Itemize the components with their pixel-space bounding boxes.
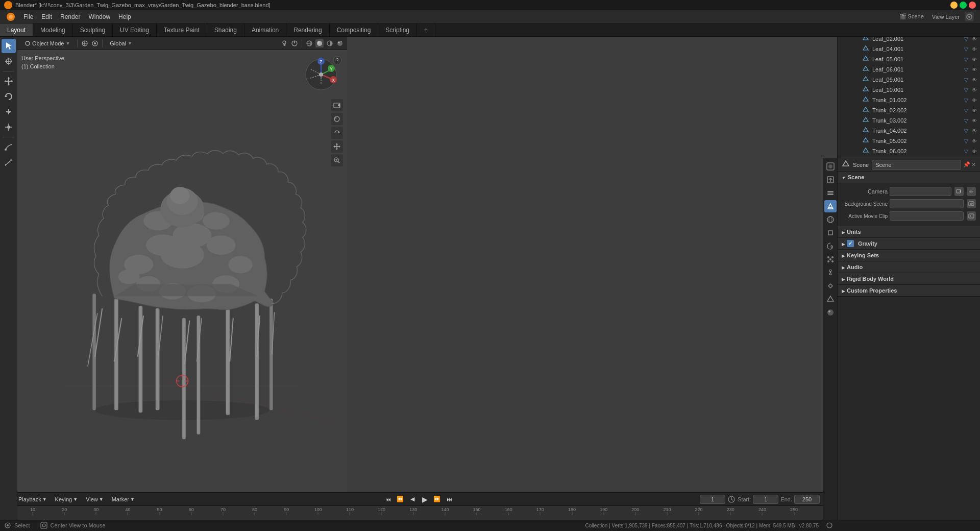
background-scene-field[interactable] bbox=[890, 199, 964, 208]
camera-edit-icon[interactable]: ✏ bbox=[967, 187, 976, 196]
outliner-item-trunk_01-002[interactable]: Trunk_01.002 ▽ 👁 bbox=[838, 95, 980, 105]
solid-mode[interactable] bbox=[315, 39, 324, 47]
outliner-item-trunk_04-002[interactable]: Trunk_04.002 ▽ 👁 bbox=[838, 126, 980, 136]
keying-btn[interactable]: Keying ▼ bbox=[52, 495, 81, 503]
global-selector[interactable]: Global▼ bbox=[106, 39, 136, 47]
prop-tab-modifier[interactable] bbox=[824, 240, 837, 252]
render-preview-btn[interactable] bbox=[331, 113, 343, 125]
outliner-item-leaf_10-001[interactable]: Leaf_10.001 ▽ 👁 bbox=[838, 85, 980, 95]
tab-shading[interactable]: Shading bbox=[207, 23, 244, 36]
scene-name-input[interactable] bbox=[872, 160, 961, 170]
prop-tab-constraints[interactable] bbox=[824, 280, 837, 292]
maximize-button[interactable] bbox=[960, 2, 967, 9]
jump-end-btn[interactable]: ⏭ bbox=[444, 494, 455, 505]
item-eye-icon[interactable]: 👁 bbox=[971, 98, 978, 103]
item-eye-icon[interactable]: 👁 bbox=[971, 128, 978, 134]
end-frame-input[interactable]: 250 bbox=[794, 495, 820, 504]
wireframe-mode[interactable] bbox=[305, 39, 313, 47]
tab-modeling[interactable]: Modeling bbox=[33, 23, 73, 36]
tool-cursor[interactable] bbox=[2, 54, 16, 68]
tab-animation[interactable]: Animation bbox=[244, 23, 286, 36]
current-frame-input[interactable]: 1 bbox=[700, 495, 725, 504]
item-eye-icon[interactable]: 👁 bbox=[971, 118, 978, 124]
active-movie-clip-browse-icon[interactable] bbox=[967, 211, 976, 221]
menu-edit[interactable]: Edit bbox=[37, 12, 56, 21]
tool-rotate[interactable] bbox=[2, 89, 16, 104]
close-button[interactable] bbox=[969, 2, 976, 9]
prev-keyframe-btn[interactable]: ⏪ bbox=[395, 494, 406, 505]
tab-uv-editing[interactable]: UV Editing bbox=[113, 23, 157, 36]
outliner-item-trunk_06-002[interactable]: Trunk_06.002 ▽ 👁 bbox=[838, 146, 980, 156]
prop-tab-particles[interactable] bbox=[824, 253, 837, 266]
item-eye-icon[interactable]: 👁 bbox=[971, 108, 978, 113]
tab-scripting[interactable]: Scripting bbox=[378, 23, 417, 36]
menu-window[interactable]: Window bbox=[84, 12, 114, 21]
menu-render[interactable]: Render bbox=[56, 12, 84, 21]
rendered-mode[interactable] bbox=[336, 39, 344, 47]
engine-icon[interactable] bbox=[965, 12, 974, 21]
pin-icon[interactable]: 📌 bbox=[963, 161, 970, 168]
tool-move[interactable] bbox=[2, 74, 16, 88]
item-eye-icon[interactable]: 👁 bbox=[971, 77, 978, 83]
tab-sculpting[interactable]: Sculpting bbox=[73, 23, 113, 36]
mode-selector[interactable]: Object Mode ▼ bbox=[20, 39, 74, 47]
tool-measure[interactable] bbox=[2, 155, 16, 170]
zoom-btn[interactable] bbox=[331, 154, 343, 166]
tool-scale[interactable] bbox=[2, 105, 16, 119]
looksdev-mode[interactable] bbox=[326, 39, 334, 47]
camera-field[interactable] bbox=[890, 187, 951, 196]
next-keyframe-btn[interactable]: ⏩ bbox=[431, 494, 443, 505]
tab-texture-paint[interactable]: Texture Paint bbox=[157, 23, 207, 36]
minimize-button[interactable] bbox=[950, 2, 958, 9]
outliner-item-leaf_06-001[interactable]: Leaf_06.001 ▽ 👁 bbox=[838, 64, 980, 75]
prop-tab-world[interactable] bbox=[824, 213, 837, 226]
keying-sets-section-header[interactable]: Keying Sets bbox=[838, 250, 980, 261]
item-eye-icon[interactable]: 👁 bbox=[971, 57, 978, 62]
timeline-track[interactable]: 1102030405060708090100110120130140150160… bbox=[0, 506, 823, 520]
gravity-checkbox[interactable]: ✓ bbox=[847, 240, 854, 247]
viewport-3d[interactable]: User Perspective (1) Collection X Y Z bbox=[17, 50, 347, 503]
start-frame-input[interactable]: 1 bbox=[753, 495, 778, 504]
play-btn[interactable]: ▶ bbox=[419, 494, 430, 505]
tab-add-new[interactable]: + bbox=[417, 23, 435, 36]
item-eye-icon[interactable]: 👁 bbox=[971, 46, 978, 52]
outliner-item-trunk_03-002[interactable]: Trunk_03.002 ▽ 👁 bbox=[838, 115, 980, 126]
outliner-item-leaf_09-001[interactable]: Leaf_09.001 ▽ 👁 bbox=[838, 75, 980, 85]
menu-blender[interactable] bbox=[2, 11, 19, 22]
prop-tab-render[interactable] bbox=[824, 160, 837, 173]
item-eye-icon[interactable]: 👁 bbox=[971, 67, 978, 73]
rigid-body-world-section-header[interactable]: Rigid Body World bbox=[838, 273, 980, 284]
snap-toggle[interactable] bbox=[81, 39, 89, 47]
camera-view-btn[interactable] bbox=[331, 99, 343, 111]
menu-file[interactable]: File bbox=[19, 12, 37, 21]
prop-tab-object-data[interactable] bbox=[824, 293, 837, 305]
jump-start-btn[interactable]: ⏮ bbox=[382, 494, 394, 505]
prop-tab-output[interactable] bbox=[824, 174, 837, 186]
scene-selector[interactable]: View Layer bbox=[929, 13, 963, 21]
item-eye-icon[interactable]: 👁 bbox=[971, 36, 978, 42]
tool-transform[interactable] bbox=[2, 120, 16, 134]
tool-annotate[interactable] bbox=[2, 140, 16, 154]
camera-browse-icon[interactable] bbox=[954, 187, 964, 196]
pan-btn[interactable] bbox=[331, 140, 343, 153]
proportional-toggle[interactable] bbox=[91, 39, 99, 47]
outliner-item-trunk_02-002[interactable]: Trunk_02.002 ▽ 👁 bbox=[838, 105, 980, 115]
custom-properties-section-header[interactable]: Custom Properties bbox=[838, 285, 980, 296]
active-movie-clip-field[interactable] bbox=[890, 211, 964, 221]
gizmo-btn[interactable] bbox=[290, 39, 299, 47]
play-reverse-btn[interactable]: ◀ bbox=[407, 494, 418, 505]
prop-tab-scene[interactable] bbox=[824, 200, 837, 212]
marker-btn[interactable]: Marker ▼ bbox=[109, 495, 138, 503]
view-btn[interactable]: View ▼ bbox=[83, 495, 107, 503]
background-scene-browse-icon[interactable] bbox=[967, 199, 976, 208]
item-eye-icon[interactable]: 👁 bbox=[971, 87, 978, 93]
prop-tab-view-layer[interactable] bbox=[824, 187, 837, 199]
item-eye-icon[interactable]: 👁 bbox=[971, 149, 978, 154]
item-eye-icon[interactable]: 👁 bbox=[971, 138, 978, 144]
outliner-item-trunk_05-002[interactable]: Trunk_05.002 ▽ 👁 bbox=[838, 136, 980, 146]
outliner-item-leaf_04-001[interactable]: Leaf_04.001 ▽ 👁 bbox=[838, 44, 980, 54]
menu-help[interactable]: Help bbox=[114, 12, 135, 21]
outliner-item-leaf_05-001[interactable]: Leaf_05.001 ▽ 👁 bbox=[838, 54, 980, 64]
playback-btn[interactable]: Playback ▼ bbox=[15, 495, 50, 503]
tab-rendering[interactable]: Rendering bbox=[286, 23, 329, 36]
